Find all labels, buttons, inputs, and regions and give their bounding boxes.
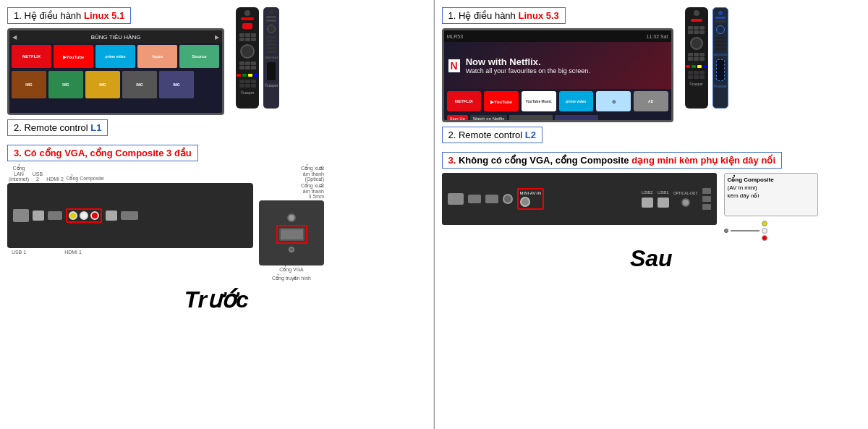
remote-l1-main: ©casper [236,7,259,109]
remote-l1-slim: 1800.6644 ©casper [263,7,279,109]
ports-label-left: 3. Có cổng VGA, cổng Composite 3 đầu [7,145,198,161]
optical-label: Cổng xuấtâm thanh(Optical) [259,166,324,182]
watch-btn: Watch on Netflix [470,115,507,122]
app-ad: AD [634,91,668,111]
cable-mock [724,221,818,241]
vga-block [259,200,324,266]
ports-bar [7,183,253,248]
audio35-label: Cổng xuấtâm thanh3.5mm [259,183,324,199]
right-ports-bar: MINI·AV·IN USB2 USB1 OPTIC [442,173,717,225]
bottom-label-left: Trước [7,286,426,313]
right-ports-block: Cổng xuấtâm thanh(Optical) Cổng xuấtâm t… [259,166,324,281]
usb1-port [106,211,117,221]
lan-port [13,209,29,222]
remote-label-right: 2. Remote control L2 [442,127,861,148]
tv-screen-right: MLR53 11:32 Sat N Now with Netflix. Watc… [442,28,673,122]
remote-label-left: 2. Remote control L1 [7,119,426,140]
right-optical: OPTICAL-OUT [673,191,698,207]
banner-img2 [555,115,598,122]
ports-section-left: 3. Có cổng VGA, cổng Composite 3 đầu Cổn… [7,145,426,281]
bottom-label-right: Sau [442,245,861,272]
usb1-label: USB 1 [9,250,29,255]
composite-label-main: Cổng Composite [65,176,105,182]
remote-group-right: ©casper 1800.6644 ©casper [685,7,728,109]
vga-port [279,228,305,241]
apps-row-right: NETFLIX ▶YouTube YouTube Music prime vid… [444,89,671,114]
app-netflix: NETFLIX [447,91,482,111]
right-usb2: USB2 [642,190,653,208]
optical-port [287,213,296,222]
hdmi2-label: HDMI 2 [46,177,64,182]
app-youtube2: YouTube Music [522,91,556,111]
tv-antenna-label: Cổng truyền hình [259,276,324,281]
os-label-left: 1. Hệ điều hành Linux 5.1 [7,7,131,24]
right-ports-bar-container: MINI·AV·IN USB2 USB1 OPTIC [442,173,717,225]
netflix-logo: N [448,59,460,72]
app-prime: prime video [559,91,594,111]
app-youtube: ▶YouTube [484,91,519,111]
signup-row: Sign Up Watch on Netflix [444,114,671,122]
right-extra-ports [702,188,711,210]
vga-label: Cổng VGA [259,267,324,273]
composite-note-box: Cổng Composite (AV In mini) kèm dây nối [724,173,818,216]
lan-label: Cổng LAN(internet) [9,166,29,182]
hdmi1-label: HDMI 1 [41,250,106,255]
remote-l2-main: ©casper [685,7,708,109]
signup-btn: Sign Up [447,115,468,122]
usb2-label: USB 2 [30,171,45,182]
tv-screen-left: ◀BÙNG TIÊU HÀNG▶ NETFLIX ▶YouTube prime … [7,28,224,115]
right-panel: 1. Hệ điều hành Linux 5.3 MLR53 11:32 Sa… [435,0,869,429]
composite-port-group [66,208,102,223]
vga-port-outline [276,225,307,244]
audio-jack [289,247,294,252]
left-panel: 1. Hệ điều hành Linux 5.1 ◀BÙNG TIÊU HÀN… [0,0,434,429]
right-hdmi2 [485,195,498,203]
hdmi2-port [48,211,62,220]
remote-l2-slim: 1800.6644 ©casper [712,7,728,109]
os-label-right: 1. Hệ điều hành Linux 5.3 [442,7,566,24]
app-settings: ⚙ [596,91,631,111]
ports-area-left: Cổng LAN(internet) USB 2 HDMI 2 Cổng Com… [7,166,426,281]
os-section-right: 1. Hệ điều hành Linux 5.3 MLR53 11:32 Sa… [442,7,861,122]
os-section-left: 1. Hệ điều hành Linux 5.1 ◀BÙNG TIÊU HÀN… [7,7,426,115]
hdmi1-port [121,211,138,220]
ports-bar-container: Cổng LAN(internet) USB 2 HDMI 2 Cổng Com… [7,166,253,255]
ports-label-right: 3. Không có cổng VGA, cổng Composite dạn… [442,152,783,169]
ports-section-right: 3. Không có cổng VGA, cổng Composite dạn… [442,152,861,241]
netflix-hero: N Now with Netflix. Watch all your favou… [444,42,671,89]
right-hdmi1 [468,195,481,203]
composite-accessory-area: Cổng Composite (AV In mini) kèm dây nối [724,173,818,241]
banner-img1 [509,115,553,122]
right-usb1: USB1 [658,190,669,208]
remote-group-left: ©casper 1800.6644 ©casper [236,7,279,109]
mini-av-outline: MINI·AV·IN [517,188,545,210]
right-lan [448,193,464,205]
right-ports-area: MINI·AV·IN USB2 USB1 OPTIC [442,173,861,241]
mlr53-label: MLR53 [447,34,464,39]
right-antenna [503,194,513,204]
usb2-port [33,211,44,221]
